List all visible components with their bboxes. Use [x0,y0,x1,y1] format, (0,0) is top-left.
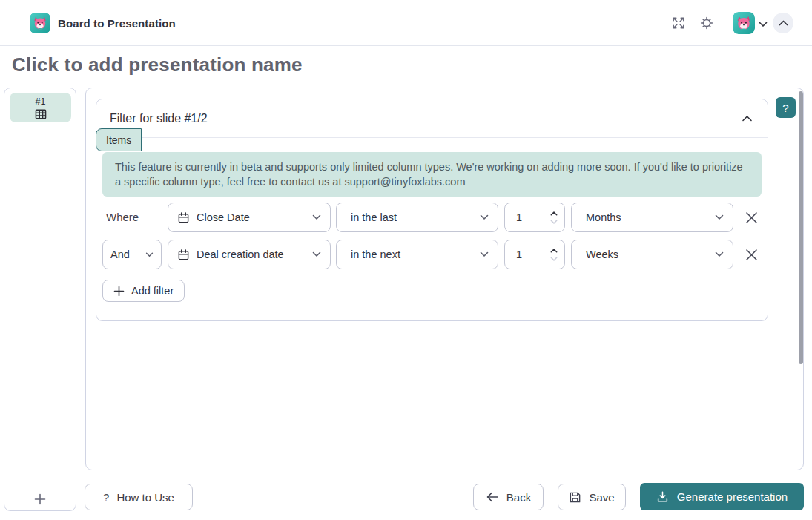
operator-select-value: in the next [351,249,480,260]
how-to-use-button[interactable]: ? How to Use [85,484,193,510]
add-slide-button[interactable] [4,487,76,510]
panel-scrollbar[interactable] [799,91,803,364]
remove-filter-icon[interactable] [742,208,760,226]
generate-presentation-label: Generate presentation [677,490,788,503]
app-title: Board to Presentation [58,0,176,46]
operator-select[interactable]: in the last [336,203,498,232]
chevron-down-icon [715,214,724,220]
slide-settings-panel: Filter for slide #1/2 This feature is cu… [85,88,804,470]
expand-fullscreen-icon[interactable] [671,16,686,30]
stepper-up-icon[interactable] [550,249,558,253]
column-select-value: Close Date [197,211,312,223]
conjunction-select[interactable]: And [102,240,162,269]
filter-section-header[interactable]: Filter for slide #1/2 [96,99,768,138]
column-select-value: Deal creation date [197,249,312,260]
column-select[interactable]: Deal creation date [168,240,331,269]
unit-select[interactable]: Months [571,203,733,232]
column-select[interactable]: Close Date [168,203,331,232]
collapse-chevron-up-icon[interactable] [742,115,753,122]
help-button[interactable]: ? [776,97,796,118]
calendar-icon [177,249,190,261]
export-type-option-items[interactable]: Items [96,128,142,151]
filter-row: And Deal creation date in the next [96,240,768,269]
add-filter-label: Add filter [131,285,174,297]
filter-row: Where Close Date in the last [96,203,768,232]
operator-select[interactable]: in the next [336,240,498,269]
filter-section-title: Filter for slide #1/2 [110,112,208,125]
operator-select-value: in the last [351,211,480,223]
calendar-icon [177,211,190,224]
back-label: Back [506,491,531,504]
chevron-down-icon [715,251,724,257]
value-input-field[interactable] [516,249,538,260]
chevron-down-icon [145,252,154,257]
save-button[interactable]: Save [558,484,626,510]
download-icon [656,490,669,503]
stepper-down-icon[interactable] [550,257,558,261]
collapse-app-button[interactable] [773,13,793,33]
save-floppy-icon [569,491,581,504]
user-avatar[interactable] [733,12,755,34]
unit-select[interactable]: Weeks [571,240,733,269]
top-bar: Board to Presentation [0,0,812,46]
plus-icon [113,286,125,297]
save-label: Save [589,491,614,504]
settings-gear-icon[interactable] [699,16,714,30]
value-number-input[interactable] [504,203,565,232]
slide-thumbnail-1[interactable]: #1 [10,93,71,122]
unit-select-value: Months [586,211,715,223]
back-button[interactable]: Back [473,484,544,510]
avatar-chevron-down-icon[interactable] [758,19,768,27]
unit-select-value: Weeks [586,249,715,260]
value-number-input[interactable] [504,240,565,269]
slides-sidebar: #1 [4,88,76,511]
add-filter-button[interactable]: Add filter [102,280,185,302]
stepper-down-icon[interactable] [550,220,558,224]
value-input-field[interactable] [516,211,538,223]
chevron-down-icon [312,214,321,220]
generate-presentation-button[interactable]: Generate presentation [640,483,804,510]
stepper-up-icon[interactable] [550,211,558,216]
chevron-down-icon [480,214,489,220]
filter-section: Filter for slide #1/2 This feature is cu… [96,99,768,321]
conjunction-select-value: And [110,249,145,260]
slide-number: #1 [36,96,46,108]
presentation-name-placeholder[interactable]: Click to add presentation name [12,53,303,76]
how-to-use-label: How to Use [116,491,174,504]
remove-filter-icon[interactable] [742,246,760,263]
beta-notice-banner: This feature is currently in beta and su… [102,152,762,197]
question-mark-icon: ? [103,491,109,504]
chevron-down-icon [480,251,489,257]
app-logo-fox-icon [30,13,50,33]
where-label: Where [102,211,139,223]
chevron-down-icon [312,251,321,257]
arrow-left-icon [486,491,499,503]
table-grid-icon [35,109,47,119]
